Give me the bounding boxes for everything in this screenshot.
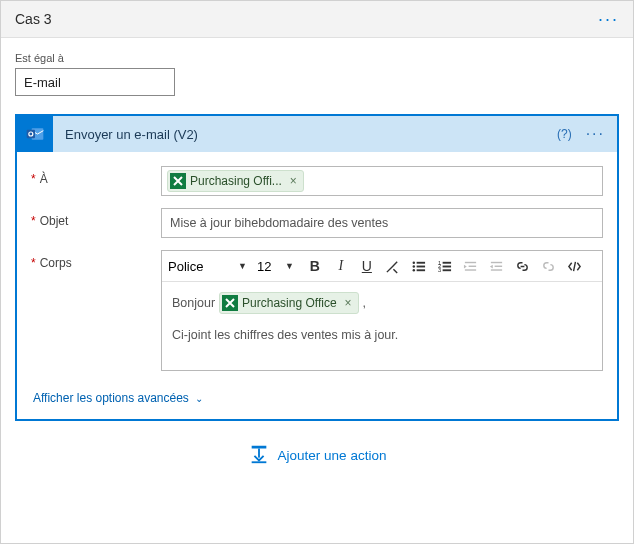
svg-rect-12	[443, 265, 451, 267]
outlook-icon	[17, 116, 53, 152]
editor-toolbar: Police ▼ 12 ▼ B I U	[162, 251, 602, 282]
bullets-button[interactable]	[408, 255, 430, 277]
help-button[interactable]: (?)	[557, 127, 572, 141]
link-button[interactable]	[512, 255, 534, 277]
svg-rect-10	[443, 261, 451, 263]
svg-rect-21	[251, 446, 266, 449]
body-greeting: Bonjour	[172, 296, 215, 310]
code-view-button[interactable]	[564, 255, 586, 277]
svg-rect-17	[465, 269, 476, 270]
chevron-down-icon: ⌄	[195, 393, 203, 404]
case-menu-button[interactable]: ···	[598, 14, 619, 24]
svg-rect-19	[495, 265, 503, 266]
svg-rect-15	[465, 261, 476, 262]
svg-rect-22	[258, 449, 260, 458]
italic-button[interactable]: I	[330, 255, 352, 277]
numbered-list-button[interactable]: 123	[434, 255, 456, 277]
excel-icon	[222, 295, 238, 311]
card-title: Envoyer un e-mail (V2)	[53, 116, 557, 152]
chevron-down-icon: ▼	[238, 261, 247, 271]
card-menu-button[interactable]: ···	[586, 129, 605, 139]
add-action-button[interactable]: Ajouter une action	[248, 443, 387, 468]
body-token-label: Purchasing Office	[242, 296, 337, 310]
to-token[interactable]: Purchasing Offi... ×	[167, 170, 304, 192]
case-title: Cas 3	[15, 11, 52, 27]
underline-button[interactable]: U	[356, 255, 378, 277]
subject-input[interactable]	[161, 208, 603, 238]
add-action-icon	[248, 443, 270, 468]
svg-rect-14	[443, 269, 451, 271]
send-email-card: Envoyer un e-mail (V2) (?) ··· *À	[15, 114, 619, 421]
svg-rect-18	[491, 261, 502, 262]
body-line: Ci-joint les chiffres des ventes mis à j…	[172, 328, 592, 342]
body-editor[interactable]: Bonjour Purchasing Office × ,	[162, 282, 602, 370]
svg-rect-16	[469, 265, 477, 266]
to-field[interactable]: Purchasing Offi... ×	[161, 166, 603, 196]
chevron-down-icon: ▼	[285, 261, 294, 271]
body-label: Corps	[40, 256, 72, 270]
remove-body-token[interactable]: ×	[345, 296, 352, 310]
body-token[interactable]: Purchasing Office ×	[219, 292, 359, 314]
svg-point-7	[413, 269, 415, 271]
body-punct: ,	[363, 296, 366, 310]
font-select[interactable]: Police	[168, 259, 238, 274]
to-token-label: Purchasing Offi...	[190, 174, 282, 188]
svg-point-3	[413, 261, 415, 263]
svg-rect-4	[417, 261, 425, 263]
outdent-button[interactable]	[460, 255, 482, 277]
indent-button[interactable]	[486, 255, 508, 277]
show-advanced-link[interactable]: Afficher les options avancées ⌄	[31, 383, 205, 407]
excel-icon	[170, 173, 186, 189]
svg-rect-6	[417, 265, 425, 267]
svg-rect-8	[417, 269, 425, 271]
svg-rect-1	[27, 130, 35, 138]
subject-label: Objet	[40, 214, 69, 228]
to-label: À	[40, 172, 48, 186]
svg-rect-20	[491, 269, 502, 270]
svg-rect-23	[251, 461, 266, 463]
svg-text:3: 3	[438, 267, 441, 273]
equals-input[interactable]	[15, 68, 175, 96]
unlink-button[interactable]	[538, 255, 560, 277]
clear-format-button[interactable]	[382, 255, 404, 277]
bold-button[interactable]: B	[304, 255, 326, 277]
svg-point-5	[413, 265, 415, 267]
font-size-select[interactable]: 12	[257, 259, 285, 274]
remove-to-token[interactable]: ×	[290, 174, 297, 188]
equals-label: Est égal à	[15, 52, 619, 64]
